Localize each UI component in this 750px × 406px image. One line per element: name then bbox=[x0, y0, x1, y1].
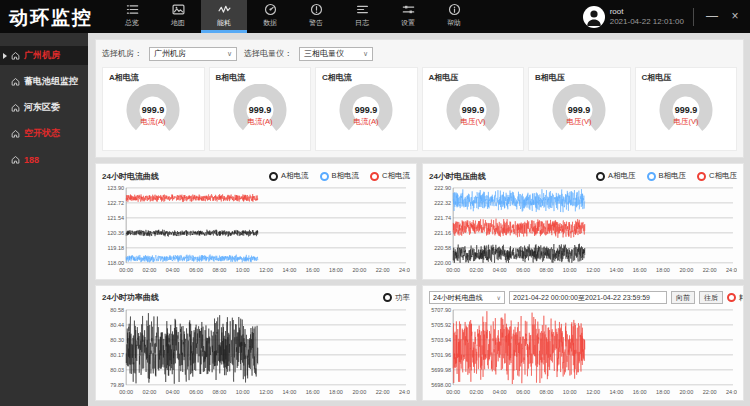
chart-panel-1: 24小时电压曲线A相电压B相电压C相电压222.90222.32221.7422… bbox=[422, 163, 744, 280]
svg-text:20:00: 20:00 bbox=[679, 267, 693, 273]
gauge-unit-label: 电压(V) bbox=[460, 117, 486, 126]
sidebar-item-2[interactable]: 河东区委 bbox=[0, 98, 88, 117]
svg-text:123.90: 123.90 bbox=[107, 185, 124, 191]
nav-tab-data[interactable]: 数据 bbox=[247, 0, 293, 33]
legend-label: C相电流 bbox=[382, 171, 410, 181]
nav-tab-energy[interactable]: 能耗 bbox=[201, 0, 247, 33]
legend-label: 功率 bbox=[395, 293, 410, 303]
nav-tabs: 总览地图能耗数据警告日志设置帮助 bbox=[109, 0, 477, 33]
data-icon bbox=[264, 3, 277, 16]
gauge-card-0: A相电流999.9电流(A) bbox=[102, 67, 205, 151]
svg-text:18:00: 18:00 bbox=[329, 267, 343, 273]
chevron-down-icon: ∨ bbox=[363, 50, 368, 58]
home-icon bbox=[11, 103, 20, 112]
legend-item-0[interactable]: A相电流 bbox=[269, 171, 309, 181]
meter-select[interactable]: 三相电量仪 ∨ bbox=[299, 47, 373, 61]
legend-item-1[interactable]: B相电流 bbox=[320, 171, 360, 181]
svg-text:80.30: 80.30 bbox=[110, 336, 124, 342]
svg-text:04:00: 04:00 bbox=[166, 267, 180, 273]
svg-text:04:00: 04:00 bbox=[166, 388, 180, 394]
user-info: root 2021-04-22 12:01:00 bbox=[610, 7, 684, 27]
gauge-value: 999.9 bbox=[142, 105, 165, 115]
nav-tab-help[interactable]: 帮助 bbox=[431, 0, 477, 33]
gauge-value: 999.9 bbox=[355, 105, 378, 115]
backward-button[interactable]: 往后 bbox=[699, 291, 723, 304]
nav-tab-label: 设置 bbox=[401, 18, 415, 28]
gauge-value: 999.9 bbox=[248, 105, 271, 115]
svg-text:5701.96: 5701.96 bbox=[431, 351, 451, 357]
legend-ring-icon bbox=[383, 293, 392, 302]
gauge-title: B相电压 bbox=[535, 72, 624, 83]
gauge-value: 999.9 bbox=[674, 105, 697, 115]
nav-tab-overview[interactable]: 总览 bbox=[109, 0, 155, 33]
gauge-card-5: C相电压999.9电压(V) bbox=[635, 67, 738, 151]
nav-tab-log[interactable]: 日志 bbox=[339, 0, 385, 33]
legend-label: C相电压 bbox=[709, 171, 737, 181]
gauge-dial: 999.9电压(V) bbox=[642, 84, 731, 140]
legend-item-0[interactable]: A相电压 bbox=[596, 171, 636, 181]
svg-text:24:00: 24:00 bbox=[399, 267, 410, 273]
chart-legend: 耗电 bbox=[727, 293, 744, 303]
sidebar-item-0[interactable]: 广州机房 bbox=[0, 46, 88, 65]
chart-panel-3: 24小时耗电曲线∨向前往后耗电5707.905705.925703.945701… bbox=[422, 285, 744, 402]
legend-label: A相电压 bbox=[608, 171, 636, 181]
svg-text:5699.98: 5699.98 bbox=[431, 366, 451, 372]
svg-text:10:00: 10:00 bbox=[563, 388, 577, 394]
legend-item-0[interactable]: 耗电 bbox=[727, 293, 744, 303]
charts-grid: 24小时电流曲线A相电流B相电流C相电流123.90122.72121.5412… bbox=[95, 163, 744, 401]
sidebar-item-3[interactable]: 空开状态 bbox=[0, 124, 88, 143]
legend-item-0[interactable]: 功率 bbox=[383, 293, 410, 303]
svg-text:24:00: 24:00 bbox=[726, 388, 737, 394]
close-button[interactable]: × bbox=[726, 0, 744, 33]
nav-tab-settings[interactable]: 设置 bbox=[385, 0, 431, 33]
gauge-dial: 999.9电流(A) bbox=[322, 84, 411, 140]
nav-tab-label: 能耗 bbox=[217, 18, 231, 28]
forward-button[interactable]: 向前 bbox=[671, 291, 695, 304]
chart-body-2: 80.5880.4480.3080.1780.0379.8900:0002:00… bbox=[102, 306, 410, 397]
room-select[interactable]: 广州机房 ∨ bbox=[149, 47, 237, 61]
home-icon bbox=[11, 77, 20, 86]
nav-tab-alert[interactable]: 警告 bbox=[293, 0, 339, 33]
legend-ring-icon bbox=[269, 172, 278, 181]
sidebar-item-1[interactable]: 蓄电池组监控 bbox=[0, 72, 88, 91]
legend-item-1[interactable]: B相电压 bbox=[647, 171, 687, 181]
svg-text:24:00: 24:00 bbox=[726, 267, 737, 273]
svg-text:16:00: 16:00 bbox=[633, 388, 647, 394]
gauge-arc: 999.9电流(A) bbox=[121, 84, 185, 140]
nav-tab-map[interactable]: 地图 bbox=[155, 0, 201, 33]
gauge-card-1: B相电流999.9电流(A) bbox=[209, 67, 312, 151]
svg-text:00:00: 00:00 bbox=[119, 388, 133, 394]
username: root bbox=[610, 7, 684, 17]
topbar-divider bbox=[693, 8, 694, 26]
topbar-right: root 2021-04-22 12:01:00 — × bbox=[583, 0, 750, 33]
svg-text:00:00: 00:00 bbox=[446, 267, 460, 273]
gauge-card-4: B相电压999.9电压(V) bbox=[528, 67, 631, 151]
legend-item-2[interactable]: C相电流 bbox=[370, 171, 410, 181]
legend-item-2[interactable]: C相电压 bbox=[697, 171, 737, 181]
svg-text:22:00: 22:00 bbox=[376, 388, 390, 394]
legend-label: B相电压 bbox=[659, 171, 687, 181]
svg-text:12:00: 12:00 bbox=[259, 267, 273, 273]
svg-text:220.00: 220.00 bbox=[434, 260, 451, 266]
svg-text:10:00: 10:00 bbox=[236, 388, 250, 394]
gauge-title: A相电压 bbox=[429, 72, 518, 83]
sidebar-item-label: 河东区委 bbox=[24, 101, 60, 114]
chart-legend: A相电流B相电流C相电流 bbox=[269, 171, 410, 181]
date-range-input[interactable] bbox=[509, 291, 667, 304]
chart-plot: 80.5880.4480.3080.1780.0379.8900:0002:00… bbox=[102, 306, 410, 397]
chart-legend: A相电压B相电压C相电压 bbox=[596, 171, 737, 181]
settings-icon bbox=[402, 3, 415, 16]
consumption-type-select[interactable]: 24小时耗电曲线∨ bbox=[429, 291, 505, 304]
minimize-button[interactable]: — bbox=[703, 0, 721, 33]
room-select-label: 选择机房： bbox=[102, 48, 142, 59]
svg-text:122.72: 122.72 bbox=[107, 200, 124, 206]
legend-ring-icon bbox=[596, 172, 605, 181]
svg-text:00:00: 00:00 bbox=[446, 388, 460, 394]
svg-text:121.54: 121.54 bbox=[107, 215, 124, 221]
legend-label: A相电流 bbox=[281, 171, 309, 181]
consumption-type-value: 24小时耗电曲线 bbox=[433, 293, 483, 303]
main-row: 广州机房蓄电池组监控河东区委空开状态188 选择机房： 广州机房 ∨ 选择电量仪… bbox=[0, 33, 750, 406]
sidebar-item-4[interactable]: 188 bbox=[0, 150, 88, 169]
svg-text:20:00: 20:00 bbox=[352, 267, 366, 273]
avatar[interactable] bbox=[583, 6, 605, 28]
